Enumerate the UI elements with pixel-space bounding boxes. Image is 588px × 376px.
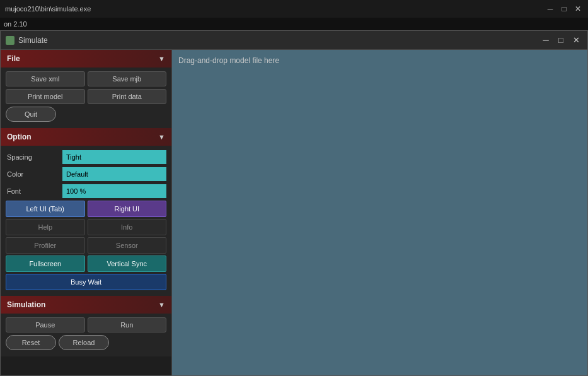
help-info-row: Help Info (6, 219, 166, 235)
simulation-section-label: Simulation (7, 300, 45, 309)
color-label: Color (6, 170, 62, 178)
fullscreen-vsync-row: Fullscreen Vertical Sync (6, 256, 166, 272)
fullscreen-button[interactable]: Fullscreen (6, 256, 85, 272)
profiler-sensor-row: Profiler Sensor (6, 237, 166, 254)
file-btn-row-1: Save xml Save mjb (6, 71, 166, 86)
file-btn-row-3: Quit (6, 107, 166, 122)
profiler-button[interactable]: Profiler (6, 237, 85, 254)
sim-btn-row-1: Pause Run (6, 317, 166, 332)
color-row: Color Default (6, 167, 166, 182)
status-bar: on 2.10 (0, 18, 588, 30)
simulation-section-header[interactable]: Simulation ▼ (1, 296, 171, 314)
spacing-row: Spacing Tight (6, 150, 166, 165)
spacing-value[interactable]: Tight (62, 150, 166, 164)
print-model-button[interactable]: Print model (6, 89, 85, 104)
app-titlebar-controls: ─ □ ✕ (539, 34, 582, 47)
spacing-label: Spacing (6, 153, 62, 161)
app-icon (6, 36, 14, 45)
sim-btn-row-2: Reset Reload (6, 335, 166, 350)
run-button[interactable]: Run (88, 317, 167, 332)
color-value[interactable]: Default (62, 167, 166, 181)
option-section-arrow: ▼ (158, 133, 165, 141)
simulation-section-arrow: ▼ (158, 301, 165, 308)
vsync-button[interactable]: Vertical Sync (88, 256, 167, 272)
os-titlebar: mujoco210\bin\simulate.exe ─ □ ✕ (0, 0, 588, 18)
os-titlebar-title: mujoco210\bin\simulate.exe (5, 5, 545, 13)
file-section-arrow: ▼ (158, 55, 165, 62)
app-minimize-button[interactable]: ─ (539, 34, 552, 47)
os-close-button[interactable]: ✕ (573, 4, 583, 14)
file-section-label: File (7, 54, 20, 63)
busywait-row: Busy Wait (6, 274, 166, 290)
save-xml-button[interactable]: Save xml (6, 71, 85, 86)
file-section-header[interactable]: File ▼ (1, 50, 171, 68)
os-maximize-button[interactable]: □ (559, 4, 569, 14)
sensor-button[interactable]: Sensor (88, 237, 167, 254)
file-section-content: Save xml Save mjb Print model Print data… (1, 68, 171, 128)
simulation-section-content: Pause Run Reset Reload (1, 314, 171, 356)
status-text: on 2.10 (4, 20, 27, 28)
ui-toggle-row: Left UI (Tab) Right UI (6, 201, 166, 217)
app-title: Simulate (18, 36, 539, 45)
left-panel: File ▼ Save xml Save mjb Print model Pri… (1, 50, 172, 375)
print-data-button[interactable]: Print data (88, 89, 167, 104)
os-titlebar-controls: ─ □ ✕ (545, 4, 583, 14)
app-close-button[interactable]: ✕ (570, 34, 582, 47)
drag-drop-text: Drag-and-drop model file here (178, 56, 279, 65)
app-titlebar: Simulate ─ □ ✕ (1, 31, 587, 50)
info-button[interactable]: Info (88, 219, 167, 235)
option-section-content: Spacing Tight Color Default Font 100 % L… (1, 146, 171, 296)
right-ui-button[interactable]: Right UI (88, 201, 167, 217)
render-panel: Drag-and-drop model file here (172, 50, 587, 375)
pause-button[interactable]: Pause (6, 317, 85, 332)
os-minimize-button[interactable]: ─ (545, 4, 555, 14)
app-window: Simulate ─ □ ✕ File ▼ Save xml Save mjb … (0, 30, 588, 376)
busywait-button[interactable]: Busy Wait (6, 274, 166, 290)
option-section-header[interactable]: Option ▼ (1, 128, 171, 146)
option-section-label: Option (7, 132, 32, 141)
font-value[interactable]: 100 % (62, 184, 166, 198)
reload-button[interactable]: Reload (59, 335, 109, 350)
save-mjb-button[interactable]: Save mjb (88, 71, 167, 86)
file-btn-row-2: Print model Print data (6, 89, 166, 104)
app-body: File ▼ Save xml Save mjb Print model Pri… (1, 50, 587, 375)
reset-button[interactable]: Reset (6, 335, 56, 350)
font-row: Font 100 % (6, 184, 166, 199)
help-button[interactable]: Help (6, 219, 85, 235)
font-label: Font (6, 187, 62, 195)
app-maximize-button[interactable]: □ (555, 34, 567, 47)
left-ui-button[interactable]: Left UI (Tab) (6, 201, 85, 217)
quit-button[interactable]: Quit (6, 107, 56, 122)
